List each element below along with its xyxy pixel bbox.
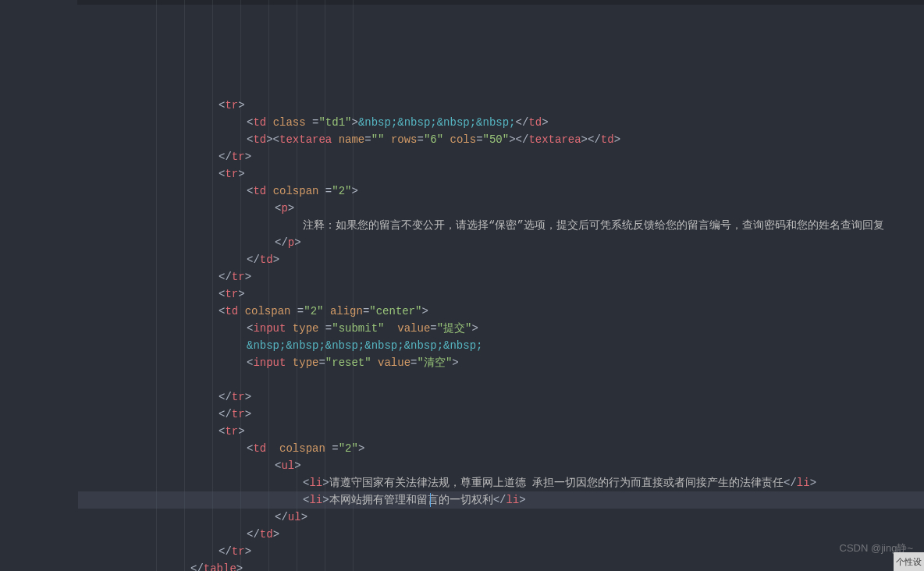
token-attr: value (378, 356, 410, 369)
token-punc: </ (219, 391, 232, 403)
token-punc: = (318, 185, 332, 197)
token-str: "" (371, 133, 385, 146)
token-punc: </ (247, 254, 260, 266)
token-tag: td (253, 116, 266, 129)
gutter-background (0, 0, 78, 571)
token-punc (384, 133, 390, 146)
token-punc (266, 116, 272, 129)
token-punc: </ (275, 236, 288, 249)
code-line[interactable]: <ul> (78, 457, 924, 474)
code-line[interactable]: <tr> (78, 165, 924, 183)
code-line[interactable]: 注释：如果您的留言不变公开，请选择“保密”选项，提交后可凭系统反馈给您的留言编号… (78, 217, 924, 234)
code-line[interactable]: </p> (78, 234, 924, 251)
token-tag: tr (232, 271, 245, 283)
token-tag: td (601, 133, 614, 146)
token-punc: > (358, 442, 364, 455)
token-tag: tr (225, 168, 238, 180)
corner-label[interactable]: 个性设 (894, 552, 924, 571)
token-attr: type (293, 322, 319, 335)
token-str: "2" (339, 442, 358, 455)
token-punc (266, 442, 279, 455)
code-line[interactable]: </table> (78, 560, 924, 571)
code-editor[interactable]: <tr><td class ="td1">&nbsp;&nbsp;&nbsp;&… (0, 0, 924, 571)
token-punc: > (351, 116, 357, 129)
token-punc: > (236, 562, 243, 571)
code-line[interactable]: <tr> (78, 286, 924, 303)
code-line[interactable]: </tr> (78, 268, 924, 286)
token-punc (332, 133, 338, 146)
token-punc: > (288, 202, 294, 215)
token-punc: </ (784, 477, 797, 489)
code-line[interactable] (78, 371, 924, 388)
token-punc: = (290, 305, 304, 317)
token-punc: > (245, 545, 251, 558)
token-punc: > (238, 425, 244, 438)
code-line[interactable]: </tr> (78, 388, 924, 406)
token-punc (384, 322, 397, 335)
text-cursor (430, 493, 431, 507)
token-punc: > (238, 168, 244, 180)
token-punc: </ (219, 271, 232, 283)
token-attr: align (330, 305, 363, 317)
token-punc: > (245, 151, 251, 163)
token-punc (286, 322, 292, 335)
code-line[interactable]: <td class ="td1">&nbsp;&nbsp;&nbsp;&nbsp… (78, 114, 924, 131)
token-punc: > (452, 356, 458, 369)
code-line[interactable]: <input type ="submit" value="提交"> (78, 320, 924, 337)
token-punc: > (422, 305, 428, 317)
code-area[interactable]: <tr><td class ="td1">&nbsp;&nbsp;&nbsp;&… (78, 0, 924, 571)
code-line[interactable]: </tr> (78, 406, 924, 423)
token-punc (323, 305, 329, 317)
token-punc: </ (516, 116, 529, 129)
token-tag: tr (225, 99, 238, 112)
token-punc: > (542, 116, 548, 129)
token-punc (286, 356, 292, 369)
token-punc: </ (219, 545, 232, 558)
token-tag: td (260, 528, 273, 541)
code-line[interactable]: </tr> (78, 543, 924, 560)
token-tag: tr (225, 288, 238, 300)
code-line[interactable]: </tr> (78, 148, 924, 165)
token-tag: textarea (279, 133, 332, 146)
code-line[interactable]: <li>本网站拥有管理和留言的一切权利</li> (78, 491, 924, 509)
token-attr: type (293, 356, 319, 369)
token-tag: tr (232, 545, 245, 558)
code-line[interactable]: <li>请遵守国家有关法律法规，尊重网上道德 承担一切因您的行为而直接或者间接产… (78, 474, 924, 491)
token-tag: li (309, 494, 322, 506)
code-line[interactable]: </td> (78, 251, 924, 268)
token-tag: td (225, 305, 238, 317)
token-punc: > (322, 477, 329, 489)
code-line[interactable]: <td><textarea name="" rows="6" cols="50"… (78, 131, 924, 148)
token-tag: ul (288, 511, 301, 523)
code-line[interactable]: <p> (78, 200, 924, 217)
token-punc: </ (493, 494, 506, 506)
token-punc: = (364, 133, 371, 146)
code-line[interactable]: <tr> (78, 423, 924, 440)
token-punc: = (418, 133, 424, 146)
code-line[interactable]: <td colspan ="2"> (78, 440, 924, 457)
token-punc: = (325, 442, 339, 455)
token-tag: td (528, 116, 542, 129)
token-attr: colspan (245, 305, 291, 317)
token-punc: >< (266, 133, 279, 146)
token-str: "6" (424, 133, 443, 146)
token-punc: </ (219, 408, 232, 420)
code-line[interactable]: &nbsp;&nbsp;&nbsp;&nbsp;&nbsp;&nbsp; (78, 337, 924, 354)
token-tag: td (253, 185, 266, 197)
token-tag: ul (281, 459, 294, 472)
token-punc: > (351, 185, 357, 197)
code-line[interactable]: <tr> (78, 97, 924, 114)
token-entity: &nbsp;&nbsp;&nbsp;&nbsp; (358, 116, 516, 129)
code-line[interactable]: <td colspan ="2" align="center"> (78, 303, 924, 320)
token-attr: class (273, 116, 306, 129)
token-str: "2" (304, 305, 323, 317)
token-punc (371, 356, 378, 369)
token-attr: value (397, 322, 430, 335)
code-line[interactable]: <td colspan ="2"> (78, 183, 924, 200)
code-line[interactable]: </ul> (78, 509, 924, 526)
code-line[interactable]: <input type="reset" value="清空"> (78, 354, 924, 371)
token-punc: > (245, 271, 251, 283)
code-line[interactable]: </td> (78, 526, 924, 543)
token-punc: = (318, 356, 325, 369)
token-punc: > (273, 528, 279, 541)
